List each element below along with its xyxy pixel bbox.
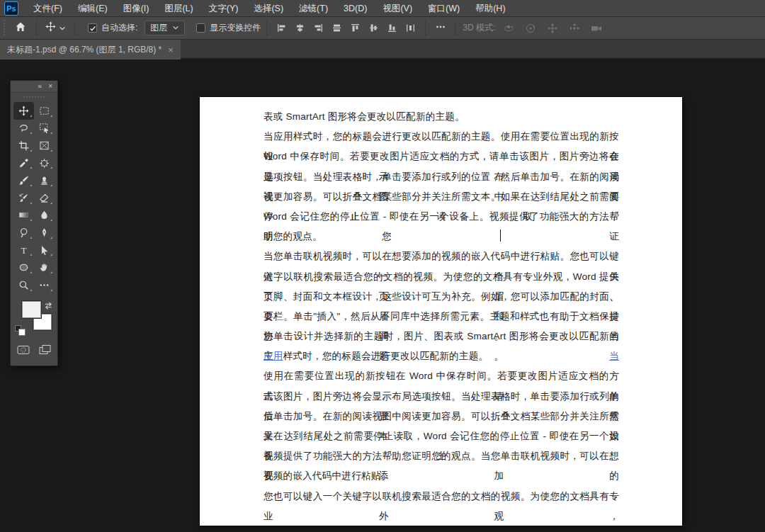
text-segment: 证 bbox=[501, 231, 619, 242]
foreground-color-swatch[interactable] bbox=[22, 301, 41, 318]
move-tool[interactable] bbox=[13, 102, 34, 120]
3d-mode-buttons-group bbox=[499, 20, 605, 37]
3d-mode-label: 3D 模式: bbox=[463, 22, 495, 34]
distribute-horizontal-icon[interactable] bbox=[402, 20, 419, 37]
align-left-icon[interactable] bbox=[273, 20, 290, 37]
show-transform-checkbox[interactable] bbox=[196, 23, 205, 33]
crop-tool[interactable] bbox=[13, 137, 34, 154]
menu-item[interactable]: 文件(F) bbox=[26, 0, 70, 17]
text-line: 击该图片，图片旁边将会显示布局选项按钮。当处理表格时，单击要添加行或列的位置，然 bbox=[264, 387, 619, 407]
brush-tool[interactable] bbox=[13, 171, 34, 189]
text-line: Word 中保存时间。若要更改图片适应文档的方式，请单击该图片，图片旁边将会显示… bbox=[264, 147, 619, 166]
screen-mode-button[interactable] bbox=[39, 344, 51, 358]
eraser-tool[interactable] bbox=[34, 189, 55, 207]
text-segment: 您也可以键入一个关键字以联机搜索最适合您的文档的视频。为使您的文档具有专业外观， bbox=[264, 491, 619, 521]
text-line: 您单击设计并选择新的主题时，图片、图表或 SmartArt 图形将会更改以匹配新… bbox=[264, 327, 619, 346]
options-bar-grip[interactable] bbox=[1, 20, 8, 37]
type-tool[interactable]: T bbox=[13, 242, 34, 259]
auto-select-checkbox[interactable] bbox=[88, 23, 97, 33]
svg-text:T: T bbox=[21, 245, 26, 256]
text-line: 视频提供了功能强大的方法帮助您证明您的观点。当您单击联机视频时，可以在想要添加的 bbox=[264, 446, 619, 466]
dodge-tool[interactable] bbox=[13, 224, 34, 242]
divider bbox=[455, 21, 455, 36]
menu-item[interactable]: 滤镜(T) bbox=[291, 0, 336, 17]
menu-item[interactable]: 帮助(H) bbox=[468, 0, 513, 17]
menu-item[interactable]: 选择(S) bbox=[246, 0, 291, 17]
align-distribute-more-button[interactable] bbox=[431, 20, 449, 37]
text-line: 要栏。单击"插入"，然后从不同库中选择所需元素。主题和样式也有助于文档保持协调。… bbox=[264, 307, 619, 327]
frame-tool[interactable] bbox=[34, 137, 55, 154]
text-segment: 表或 SmartArt 图形将会更改以匹配新的主题。 bbox=[264, 111, 465, 122]
menu-item[interactable]: 窗口(W) bbox=[420, 0, 468, 17]
text-segment: 明您的观点。 bbox=[264, 231, 322, 242]
menu-item[interactable]: 图层(L) bbox=[157, 0, 200, 17]
menu-bar: Ps 文件(F)编辑(E)图像(I)图层(L)文字(Y)选择(S)滤镜(T)3D… bbox=[0, 0, 765, 17]
object-selection-tool[interactable] bbox=[34, 120, 55, 137]
zoom-tool[interactable] bbox=[13, 276, 34, 294]
edit-toolbar-menu[interactable] bbox=[34, 276, 55, 294]
document-canvas[interactable]: 表或 SmartArt 图形将会更改以匹配新的主题。当应用样式时，您的标题会进行… bbox=[200, 97, 682, 526]
close-panel-icon[interactable]: × bbox=[48, 83, 52, 90]
text-line: 选项按钮。当处理表格时，单击要添加行或列的位置，然后单击加号。在新的阅读视图中阅 bbox=[264, 167, 619, 187]
menu-item[interactable]: 图像(I) bbox=[115, 0, 157, 17]
pen-tool[interactable] bbox=[34, 224, 55, 242]
slide-3d-camera-icon bbox=[565, 20, 583, 37]
document-tab[interactable]: 未标题-1.psd @ 66.7% (图层 1, RGB/8) * × bbox=[0, 40, 181, 60]
tools-panel-header: « × bbox=[11, 81, 57, 93]
spot-healing-brush-tool[interactable] bbox=[34, 154, 55, 172]
tool-grid: T bbox=[11, 101, 57, 295]
default-colors-icon[interactable] bbox=[15, 325, 26, 336]
eyedropper-tool[interactable] bbox=[13, 154, 34, 172]
clone-stamp-tool[interactable] bbox=[34, 171, 55, 189]
path-selection-tool[interactable] bbox=[34, 242, 55, 259]
color-swatches bbox=[15, 300, 53, 341]
zoom-3d-camera-icon bbox=[587, 20, 605, 37]
home-button[interactable] bbox=[11, 21, 30, 35]
hand-tool[interactable] bbox=[34, 259, 55, 276]
align-bottom-icon[interactable] bbox=[383, 20, 401, 37]
auto-select-label: 自动选择: bbox=[101, 22, 137, 34]
swap-colors-icon[interactable] bbox=[44, 300, 53, 312]
menu-item[interactable]: 编辑(E) bbox=[70, 0, 115, 17]
lasso-tool[interactable] bbox=[13, 120, 34, 137]
move-tool-icon bbox=[45, 21, 56, 35]
align-horizontal-center-icon[interactable] bbox=[291, 20, 309, 37]
dropdown-value: 图层 bbox=[150, 22, 167, 34]
quick-mask-button[interactable] bbox=[17, 344, 30, 359]
home-icon bbox=[15, 21, 26, 35]
text-line: Word 会记住您的停止位置 - 即使在另一个设备上。视频提供了功能强大的方法帮… bbox=[264, 207, 619, 227]
auto-select-target-dropdown[interactable]: 图层 bbox=[144, 21, 185, 35]
tool-options-bar: 自动选择: 图层 显示变换控件 3D 模式: bbox=[0, 17, 765, 40]
align-vertical-center-icon[interactable] bbox=[328, 20, 346, 37]
document-tab-title: 未标题-1.psd @ 66.7% (图层 1, RGB/8) * bbox=[7, 44, 162, 56]
text-line: 读更加容易。可以折叠文档某些部分并关注所需文本。如果在达到结尾处之前需要停止读取… bbox=[264, 187, 619, 207]
menu-item[interactable]: 文字(Y) bbox=[201, 0, 246, 17]
document-tab-bar: 未标题-1.psd @ 66.7% (图层 1, RGB/8) * × bbox=[0, 40, 765, 60]
menu-item[interactable]: 视图(V) bbox=[375, 0, 420, 17]
pan-3d-camera-icon bbox=[543, 20, 561, 37]
text-line: 您也可以键入一个关键字以联机搜索最适合您的文档的视频。为使您的文档具有专业外观， bbox=[264, 487, 619, 506]
blur-tool[interactable] bbox=[34, 207, 55, 225]
divider bbox=[425, 21, 426, 36]
rectangular-marquee-tool[interactable] bbox=[34, 102, 55, 120]
text-line: 表或 SmartArt 图形将会更改以匹配新的主题。 bbox=[264, 107, 619, 127]
gradient-tool[interactable] bbox=[13, 207, 34, 225]
ellipse-tool[interactable] bbox=[13, 259, 34, 276]
divider bbox=[74, 21, 75, 36]
align-buttons-group bbox=[273, 20, 419, 37]
text-segment: 样式时，您的标题会进行更改以匹配新的主题。 bbox=[283, 351, 489, 361]
align-right-icon[interactable] bbox=[310, 20, 327, 37]
close-tab-icon[interactable]: × bbox=[168, 45, 174, 55]
align-top-icon[interactable] bbox=[346, 20, 364, 37]
panel-drag-grip[interactable] bbox=[23, 94, 45, 101]
orbit-3d-camera-icon bbox=[499, 20, 517, 37]
hyperlink-text: 当 bbox=[609, 351, 619, 361]
current-tool-preset[interactable] bbox=[42, 21, 69, 35]
more-options-icon bbox=[436, 22, 446, 35]
photoshop-logo-icon: Ps bbox=[4, 1, 18, 16]
distribute-vertical-center-icon[interactable] bbox=[365, 20, 382, 37]
tools-panel-footer bbox=[11, 341, 57, 366]
menu-item[interactable]: 3D(D) bbox=[336, 0, 375, 17]
history-brush-tool[interactable] bbox=[13, 189, 34, 207]
collapse-panel-icon[interactable]: « bbox=[38, 83, 42, 90]
